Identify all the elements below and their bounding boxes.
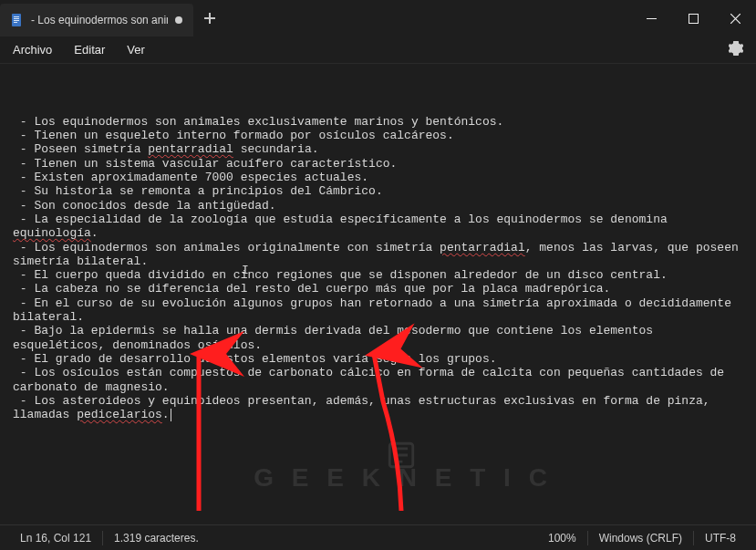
editor-line: - Bajo la epidermis se halla una dermis … bbox=[13, 324, 743, 352]
editor-line: - Los osículos están compuestos de carbo… bbox=[13, 366, 743, 394]
svg-rect-3 bbox=[14, 20, 19, 21]
close-button[interactable] bbox=[714, 0, 756, 36]
menu-view[interactable]: Ver bbox=[127, 43, 145, 57]
editor-line: - Su historia se remonta a principios de… bbox=[13, 184, 743, 198]
svg-rect-4 bbox=[14, 22, 17, 23]
svg-rect-2 bbox=[14, 18, 19, 19]
close-icon bbox=[730, 14, 740, 24]
editor-line: - La especialidad de la zoología que est… bbox=[13, 213, 743, 241]
spell-error: pentarradial bbox=[148, 142, 233, 156]
editor-line: - Los equinodermos son animales exclusiv… bbox=[13, 115, 743, 129]
editor-line: - Tienen un esqueleto interno formado po… bbox=[13, 129, 743, 142]
editor-area[interactable]: - Los equinodermos son animales exclusiv… bbox=[0, 64, 756, 524]
editor-line: - Tienen un sistema vascular acuífero ca… bbox=[13, 157, 743, 171]
editor-line: - Los equinodermos son animales original… bbox=[13, 241, 743, 269]
spell-error: pedicelarios bbox=[77, 408, 162, 421]
titlebar: - Los equinodermos son animales e bbox=[0, 0, 756, 36]
watermark-logo-icon bbox=[386, 440, 417, 471]
modified-indicator-icon bbox=[175, 16, 182, 24]
editor-line: - Poseen simetría pentarradial secundari… bbox=[13, 142, 743, 156]
gear-icon[interactable] bbox=[729, 41, 743, 56]
editor-line: - La cabeza no se diferencia del resto d… bbox=[13, 282, 743, 296]
spell-error: pentarradial bbox=[440, 241, 525, 254]
editor-line: - Existen aproximadamente 7000 especies … bbox=[13, 171, 743, 184]
document-tab[interactable]: - Los equinodermos son animales e bbox=[0, 4, 193, 36]
document-icon bbox=[9, 13, 24, 27]
watermark: G E E K N E T I C bbox=[0, 426, 756, 499]
text-cursor-icon: I bbox=[242, 263, 249, 276]
statusbar: Ln 16, Col 121 1.319 caracteres. 100% Wi… bbox=[0, 524, 756, 550]
spell-error: equinología bbox=[13, 226, 91, 240]
svg-rect-1 bbox=[14, 16, 19, 17]
svg-rect-8 bbox=[389, 444, 413, 468]
text-caret bbox=[171, 409, 171, 421]
maximize-icon bbox=[689, 14, 699, 24]
editor-line: - Los asteroideos y equinoideos presenta… bbox=[13, 394, 743, 422]
status-cursor-position[interactable]: Ln 16, Col 121 bbox=[9, 532, 102, 545]
menu-file[interactable]: Archivo bbox=[13, 43, 52, 57]
menubar: Archivo Editar Ver bbox=[0, 36, 756, 64]
svg-rect-5 bbox=[647, 18, 657, 19]
new-tab-button[interactable] bbox=[193, 0, 226, 36]
editor-line: - Son conocidos desde la antigüedad. bbox=[13, 199, 743, 213]
status-char-count: 1.319 caracteres. bbox=[103, 532, 210, 545]
plus-icon bbox=[204, 13, 215, 24]
minimize-icon bbox=[647, 14, 657, 24]
titlebar-spacer bbox=[226, 0, 630, 36]
menu-edit[interactable]: Editar bbox=[74, 43, 105, 57]
status-zoom[interactable]: 100% bbox=[537, 532, 587, 545]
maximize-button[interactable] bbox=[672, 0, 714, 36]
minimize-button[interactable] bbox=[630, 0, 672, 36]
status-eol[interactable]: Windows (CRLF) bbox=[588, 532, 693, 545]
status-encoding[interactable]: UTF-8 bbox=[694, 532, 747, 545]
tab-title: - Los equinodermos son animales e bbox=[31, 14, 168, 26]
editor-line: - El cuerpo queda dividido en cinco regi… bbox=[13, 268, 743, 282]
svg-rect-6 bbox=[689, 14, 698, 23]
editor-line: - El grado de desarrollo de estos elemen… bbox=[13, 352, 743, 366]
editor-line: - En el curso de su evolución algunos gr… bbox=[13, 296, 743, 325]
